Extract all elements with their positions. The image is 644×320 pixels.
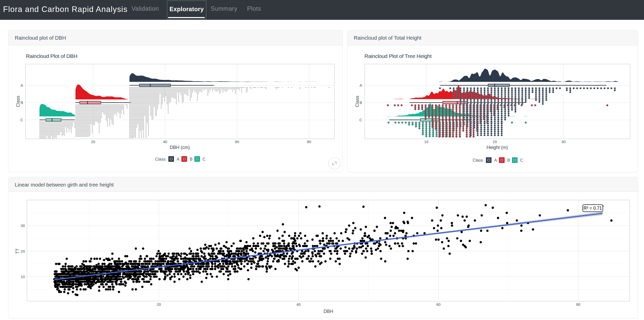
- svg-text:B: B: [21, 100, 23, 105]
- svg-text:30: 30: [21, 223, 25, 228]
- svg-text:Raincloud Plot of Tree Height: Raincloud Plot of Tree Height: [364, 53, 432, 59]
- svg-text:20: 20: [91, 140, 95, 144]
- svg-text:30: 30: [561, 140, 566, 144]
- svg-text:C: C: [520, 158, 523, 162]
- svg-text:C: C: [359, 118, 362, 122]
- svg-text:Raincloud Plot of DBH: Raincloud Plot of DBH: [26, 53, 77, 59]
- svg-text:A: A: [21, 83, 23, 87]
- svg-text:10: 10: [21, 275, 25, 279]
- svg-text:60: 60: [436, 302, 441, 307]
- svg-text:20: 20: [21, 249, 25, 253]
- svg-text:A: A: [176, 157, 179, 161]
- svg-text:C: C: [203, 157, 206, 161]
- svg-text:TT: TT: [15, 248, 20, 254]
- svg-text:60: 60: [235, 140, 239, 144]
- svg-text:80: 80: [307, 140, 311, 144]
- svg-text:Class: Class: [473, 158, 483, 162]
- svg-text:A: A: [360, 83, 362, 87]
- svg-text:B: B: [360, 100, 362, 105]
- svg-text:Class: Class: [15, 96, 21, 107]
- svg-text:DBH (cm): DBH (cm): [170, 145, 190, 150]
- svg-text:Height (m): Height (m): [487, 145, 508, 150]
- svg-text:B: B: [190, 157, 192, 161]
- svg-text:40: 40: [296, 302, 301, 307]
- svg-text:20: 20: [157, 302, 161, 307]
- svg-text:Class: Class: [155, 157, 166, 161]
- svg-text:R² = 0.71: R² = 0.71: [584, 206, 602, 211]
- svg-text:10: 10: [424, 140, 428, 144]
- svg-text:C: C: [20, 118, 23, 122]
- svg-text:DBH: DBH: [324, 309, 333, 314]
- svg-text:A: A: [494, 158, 497, 162]
- svg-text:B: B: [507, 158, 510, 162]
- svg-text:Class: Class: [355, 96, 360, 107]
- svg-text:40: 40: [163, 140, 167, 144]
- svg-text:80: 80: [576, 302, 581, 307]
- svg-text:20: 20: [493, 140, 497, 144]
